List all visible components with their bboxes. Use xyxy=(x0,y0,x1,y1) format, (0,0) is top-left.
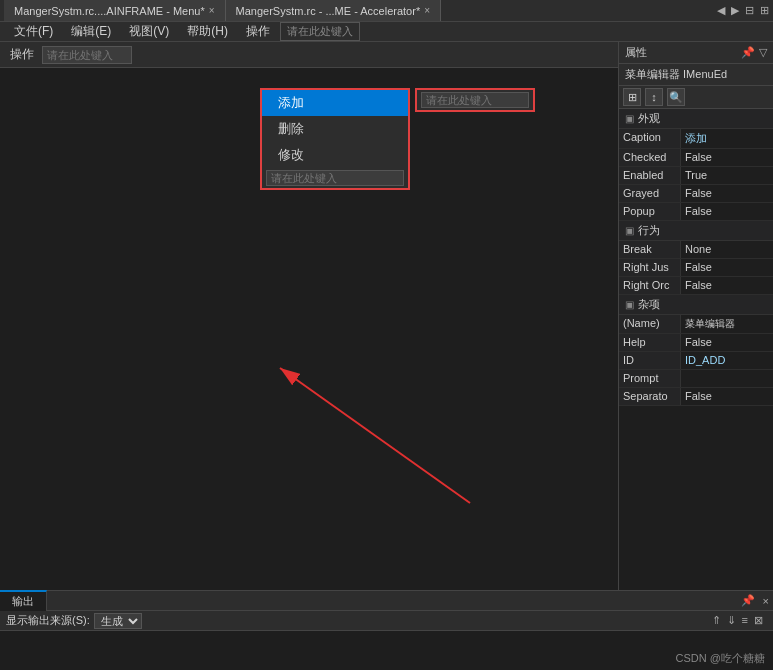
prop-key-popup: Popup xyxy=(619,203,681,220)
bottom-tool-icon-3[interactable]: ≡ xyxy=(742,614,748,627)
menu-design-area: 添加 删除 修改 xyxy=(0,68,618,568)
editor-area: 操作 添加 删除 修改 xyxy=(0,42,618,590)
context-menu-container: 添加 删除 修改 xyxy=(260,88,410,190)
props-grid-icon[interactable]: ⊞ xyxy=(623,88,641,106)
bottom-tool-icon-2[interactable]: ⇓ xyxy=(727,614,736,627)
prop-row-id: ID ID_ADD xyxy=(619,352,773,370)
prop-row-separator: Separato False xyxy=(619,388,773,406)
prop-value-id[interactable]: ID_ADD xyxy=(681,352,773,369)
prop-key-name: (Name) xyxy=(619,315,681,333)
bottom-tool-icon-1[interactable]: ⇑ xyxy=(712,614,721,627)
bottom-panel-icons: 📌 × xyxy=(741,594,773,607)
prop-row-rightorc: Right Orc False xyxy=(619,277,773,295)
context-menu-item-add[interactable]: 添加 xyxy=(262,90,408,116)
props-search-icon[interactable]: 🔍 xyxy=(667,88,685,106)
prop-row-prompt: Prompt xyxy=(619,370,773,388)
tab-accelerator[interactable]: MangerSystm.rc - ...ME - Accelerator* × xyxy=(226,0,441,21)
bottom-source-label: 显示输出来源(S): xyxy=(6,613,90,628)
section-expand-appearance[interactable]: ▣ xyxy=(625,113,634,124)
prop-row-popup: Popup False xyxy=(619,203,773,221)
svg-line-1 xyxy=(280,368,470,503)
tab-mainframe[interactable]: MangerSystm.rc....AINFRAME - Menu* × xyxy=(4,0,226,21)
prop-value-help[interactable]: False xyxy=(681,334,773,351)
toolbar-type-input[interactable] xyxy=(42,46,132,64)
menu-action[interactable]: 操作 xyxy=(238,21,278,42)
nav-forward-icon[interactable]: ▶ xyxy=(731,4,739,17)
tab-accelerator-close[interactable]: × xyxy=(424,5,430,16)
props-toolbar: ⊞ ↕ 🔍 xyxy=(619,86,773,109)
prop-value-enabled[interactable]: True xyxy=(681,167,773,184)
bottom-source-select[interactable]: 生成 xyxy=(94,613,142,629)
section-expand-behavior[interactable]: ▣ xyxy=(625,225,634,236)
bottom-content xyxy=(0,631,773,670)
arrow-annotation xyxy=(180,348,520,508)
tab-mainframe-close[interactable]: × xyxy=(209,5,215,16)
section-appearance-label: 外观 xyxy=(638,111,660,126)
prop-row-checked: Checked False xyxy=(619,149,773,167)
prop-key-rightorc: Right Orc xyxy=(619,277,681,294)
prop-key-checked: Checked xyxy=(619,149,681,166)
bottom-panel: 输出 📌 × 显示输出来源(S): 生成 ⇑ ⇓ ≡ ⊠ CSDN @吃个糖糖 xyxy=(0,590,773,670)
bottom-tool-icon-4[interactable]: ⊠ xyxy=(754,614,763,627)
menu-help[interactable]: 帮助(H) xyxy=(179,21,236,42)
bottom-close-icon[interactable]: × xyxy=(763,595,769,607)
props-sort-icon[interactable]: ↕ xyxy=(645,88,663,106)
toolbar-action-label: 操作 xyxy=(6,46,38,63)
section-misc-label: 杂项 xyxy=(638,297,660,312)
section-behavior: ▣ 行为 xyxy=(619,221,773,241)
props-type-row: 菜单编辑器 IMenuEd xyxy=(619,64,773,86)
prop-value-name[interactable]: 菜单编辑器 xyxy=(681,315,773,333)
section-appearance: ▣ 外观 xyxy=(619,109,773,129)
title-bar: MangerSystm.rc....AINFRAME - Menu* × Man… xyxy=(0,0,773,22)
panel-header: 属性 📌 ▽ xyxy=(619,42,773,64)
tab-mainframe-label: MangerSystm.rc....AINFRAME - Menu* xyxy=(14,5,205,17)
bottom-toolbar: 显示输出来源(S): 生成 ⇑ ⇓ ≡ ⊠ xyxy=(0,611,773,631)
bottom-tabs: 输出 📌 × xyxy=(0,591,773,611)
editor-toolbar: 操作 xyxy=(0,42,618,68)
context-menu-item-delete[interactable]: 删除 xyxy=(262,116,408,142)
prop-key-rightjus: Right Jus xyxy=(619,259,681,276)
properties-panel: 属性 📌 ▽ 菜单编辑器 IMenuEd ⊞ ↕ 🔍 ▣ 外观 Caption … xyxy=(618,42,773,590)
maximize-icon[interactable]: ⊞ xyxy=(760,4,769,17)
prop-value-separator[interactable]: False xyxy=(681,388,773,405)
menu-bar: 文件(F) 编辑(E) 视图(V) 帮助(H) 操作 请在此处键入 xyxy=(0,22,773,42)
second-type-input[interactable] xyxy=(421,92,529,108)
panel-title: 属性 xyxy=(625,45,647,60)
prop-value-grayed[interactable]: False xyxy=(681,185,773,202)
prop-value-rightjus[interactable]: False xyxy=(681,259,773,276)
prop-value-popup[interactable]: False xyxy=(681,203,773,220)
context-menu-type-input[interactable] xyxy=(266,170,404,186)
second-input-container xyxy=(415,88,535,112)
prop-key-enabled: Enabled xyxy=(619,167,681,184)
prop-value-checked[interactable]: False xyxy=(681,149,773,166)
prop-row-name: (Name) 菜单编辑器 xyxy=(619,315,773,334)
props-type-label: 菜单编辑器 IMenuEd xyxy=(625,68,727,80)
bottom-tab-output[interactable]: 输出 xyxy=(0,590,47,611)
title-bar-controls: ◀ ▶ ⊟ ⊞ xyxy=(717,4,769,17)
menu-file[interactable]: 文件(F) xyxy=(6,21,61,42)
prop-row-help: Help False xyxy=(619,334,773,352)
minimize-icon[interactable]: ⊟ xyxy=(745,4,754,17)
menu-view[interactable]: 视图(V) xyxy=(121,21,177,42)
prop-key-separator: Separato xyxy=(619,388,681,405)
prop-key-break: Break xyxy=(619,241,681,258)
section-expand-misc[interactable]: ▣ xyxy=(625,299,634,310)
main-layout: 操作 添加 删除 修改 xyxy=(0,42,773,590)
bottom-tab-output-label: 输出 xyxy=(12,595,34,607)
prop-key-help: Help xyxy=(619,334,681,351)
prop-value-caption[interactable]: 添加 xyxy=(681,129,773,148)
bottom-pin-icon[interactable]: 📌 xyxy=(741,594,755,607)
second-input-box xyxy=(415,88,535,112)
context-menu-item-modify[interactable]: 修改 xyxy=(262,142,408,168)
nav-back-icon[interactable]: ◀ xyxy=(717,4,725,17)
context-menu-type-row xyxy=(262,168,408,188)
collapse-icon[interactable]: ▽ xyxy=(759,46,767,59)
prop-key-grayed: Grayed xyxy=(619,185,681,202)
menu-edit[interactable]: 编辑(E) xyxy=(63,21,119,42)
prop-value-break[interactable]: None xyxy=(681,241,773,258)
menu-type-here[interactable]: 请在此处键入 xyxy=(280,22,360,41)
prop-key-id: ID xyxy=(619,352,681,369)
pin-icon[interactable]: 📌 xyxy=(741,46,755,59)
prop-value-rightorc[interactable]: False xyxy=(681,277,773,294)
prop-value-prompt[interactable] xyxy=(681,370,773,387)
